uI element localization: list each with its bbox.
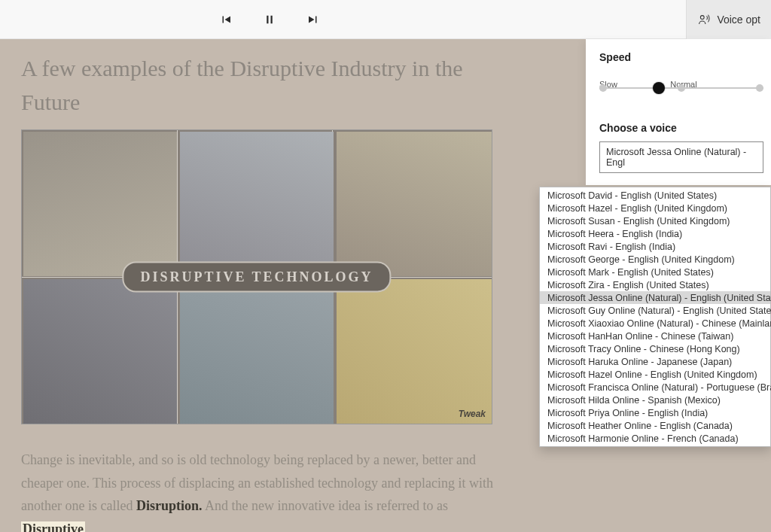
skip-next-icon xyxy=(306,13,320,26)
voice-select-value: Microsoft Jessa Online (Natural) - Engl xyxy=(606,147,746,168)
voice-option[interactable]: Microsoft Mark - English (United States) xyxy=(540,266,770,278)
slider-tick xyxy=(599,84,607,92)
paragraph-mid: And the new innovative idea is referred … xyxy=(205,498,448,513)
voice-option[interactable]: Microsoft Heather Online - English (Cana… xyxy=(540,419,770,432)
voice-option[interactable]: Microsoft David - English (United States… xyxy=(540,189,770,202)
pause-icon xyxy=(263,13,276,26)
image-watermark: Tweak xyxy=(459,409,486,419)
voice-select[interactable]: Microsoft Jessa Online (Natural) - Engl xyxy=(599,141,763,173)
voice-option[interactable]: Microsoft George - English (United Kingd… xyxy=(540,253,770,266)
voice-option[interactable]: Microsoft Heera - English (India) xyxy=(540,227,770,240)
voice-options-button[interactable]: Voice opt xyxy=(686,0,771,39)
voice-option[interactable]: Microsoft Ravi - English (India) xyxy=(540,240,770,253)
voice-option[interactable]: Microsoft Xiaoxiao Online (Natural) - Ch… xyxy=(540,317,770,330)
voice-options-label: Voice opt xyxy=(717,14,760,26)
voice-dropdown[interactable]: Microsoft David - English (United States… xyxy=(539,187,771,447)
paragraph-bold: Disruption. xyxy=(136,498,203,513)
voice-option[interactable]: Microsoft Susan - English (United Kingdo… xyxy=(540,214,770,227)
voice-option[interactable]: Microsoft Zira - English (United States) xyxy=(540,278,770,291)
pause-button[interactable] xyxy=(261,11,279,29)
voice-option[interactable]: Microsoft Hilda Online - Spanish (Mexico… xyxy=(540,394,770,406)
svg-point-0 xyxy=(701,15,705,19)
article-heading: A few examples of the Disruptive Industr… xyxy=(21,51,518,119)
choose-voice-heading: Choose a voice xyxy=(599,122,771,134)
article: A few examples of the Disruptive Industr… xyxy=(21,51,518,532)
slider-thumb[interactable] xyxy=(653,82,665,94)
voice-option[interactable]: Microsoft HanHan Online - Chinese (Taiwa… xyxy=(540,330,770,342)
previous-button[interactable] xyxy=(217,11,235,29)
reader-toolbar: Voice opt xyxy=(0,0,771,39)
reading-highlight: Disruptive xyxy=(21,521,85,532)
voice-options-panel: Speed Slow Normal Choose a voice Microso… xyxy=(586,39,771,185)
voice-option[interactable]: Microsoft Tracy Online - Chinese (Hong K… xyxy=(540,342,770,355)
voice-option[interactable]: Microsoft Haruka Online - Japanese (Japa… xyxy=(540,355,770,368)
voice-option[interactable]: Microsoft Jessa Online (Natural) - Engli… xyxy=(540,291,770,304)
speed-heading: Speed xyxy=(599,51,771,63)
image-banner: DISRUPTIVE TECHNOLOGY xyxy=(122,262,391,293)
voice-option[interactable]: Microsoft Guy Online (Natural) - English… xyxy=(540,304,770,317)
slider-tick xyxy=(678,84,685,92)
slider-tick xyxy=(756,84,763,92)
article-paragraph: Change is inevitable, and so is old tech… xyxy=(21,448,503,532)
person-voice-icon xyxy=(697,13,711,26)
skip-previous-icon xyxy=(219,13,233,26)
next-button[interactable] xyxy=(304,11,322,29)
speed-slider[interactable]: Slow Normal xyxy=(599,80,765,108)
voice-option[interactable]: Microsoft Hazel Online - English (United… xyxy=(540,368,770,381)
voice-option[interactable]: Microsoft Priya Online - English (India) xyxy=(540,406,770,419)
voice-option[interactable]: Microsoft Harmonie Online - French (Cana… xyxy=(540,432,770,445)
article-image: DISRUPTIVE TECHNOLOGY Tweak xyxy=(21,129,492,424)
voice-option[interactable]: Microsoft Francisca Online (Natural) - P… xyxy=(540,381,770,394)
playback-controls xyxy=(217,11,322,29)
voice-option[interactable]: Microsoft Hazel - English (United Kingdo… xyxy=(540,202,770,214)
